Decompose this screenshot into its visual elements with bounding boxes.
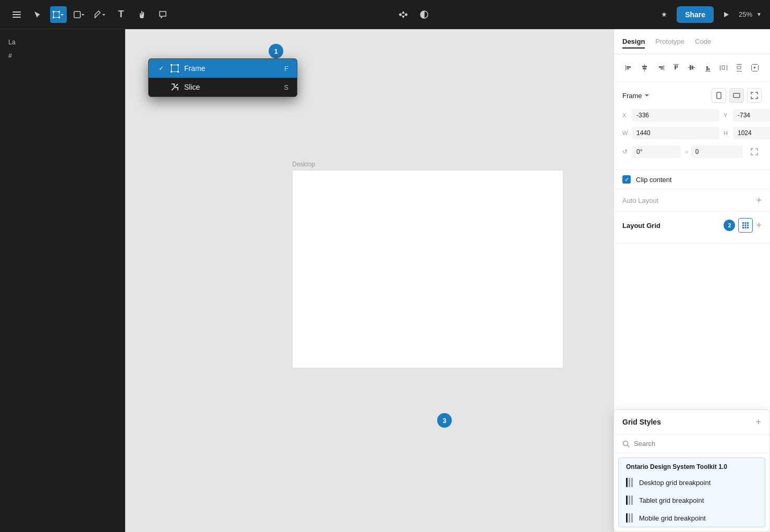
grid-dots-icon bbox=[742, 222, 749, 229]
text-tool-icon[interactable]: T bbox=[113, 6, 129, 23]
present-icon[interactable] bbox=[718, 6, 735, 23]
align-top-btn[interactable] bbox=[669, 61, 683, 75]
select-tool-icon[interactable] bbox=[29, 6, 46, 23]
grid-library-section: Ontario Design System Toolkit 1.0 Deskto… bbox=[618, 457, 765, 527]
x-label: X bbox=[622, 112, 630, 118]
portrait-btn[interactable] bbox=[712, 88, 726, 103]
svg-marker-15 bbox=[724, 12, 729, 17]
align-bottom-btn[interactable] bbox=[701, 61, 715, 75]
desktop-grid-item[interactable]: Desktop grid breakpoint bbox=[619, 474, 765, 491]
dropdown-slice-item[interactable]: Slice S bbox=[149, 78, 297, 96]
svg-rect-17 bbox=[177, 64, 179, 66]
svg-line-67 bbox=[628, 445, 630, 447]
zoom-chevron[interactable]: ▼ bbox=[756, 11, 762, 17]
radius-input[interactable]: ○ bbox=[685, 146, 743, 158]
distribute-v-btn[interactable] bbox=[732, 61, 746, 75]
tablet-grid-item[interactable]: Tablet grid breakpoint bbox=[619, 491, 765, 509]
svg-rect-23 bbox=[178, 66, 178, 71]
pin-icon[interactable] bbox=[656, 6, 672, 23]
pen-tool-icon[interactable] bbox=[92, 6, 109, 23]
fullscreen-btn[interactable] bbox=[747, 144, 762, 159]
resize-mode-btn[interactable] bbox=[747, 88, 762, 103]
grid-styles-popup: Grid Styles + Ontario Design System Tool… bbox=[613, 409, 770, 532]
svg-rect-62 bbox=[747, 225, 749, 226]
grid-search-input[interactable] bbox=[634, 440, 761, 448]
svg-rect-32 bbox=[659, 66, 663, 68]
layers-label: La bbox=[0, 35, 125, 49]
sidebar-grid-row: # bbox=[0, 49, 125, 63]
frame-dropdown-menu: ✓ Frame F bbox=[148, 58, 297, 97]
dropdown-frame-item[interactable]: ✓ Frame F bbox=[149, 59, 297, 78]
panel-tabs: Design Prototype Code bbox=[614, 29, 770, 54]
comment-tool-icon[interactable] bbox=[154, 6, 171, 23]
frame-type-dropdown[interactable]: Frame bbox=[622, 92, 649, 100]
frame-tool-icon[interactable] bbox=[50, 6, 67, 23]
y-value[interactable] bbox=[733, 109, 770, 122]
svg-rect-31 bbox=[664, 65, 664, 70]
svg-rect-36 bbox=[677, 65, 678, 68]
align-center-v-btn[interactable] bbox=[638, 61, 652, 75]
tab-code[interactable]: Code bbox=[695, 35, 711, 47]
landscape-btn[interactable] bbox=[729, 88, 744, 103]
canvas[interactable]: 1 ✓ Frame F bbox=[125, 29, 613, 532]
svg-rect-1 bbox=[13, 14, 21, 15]
grid-styles-add-btn[interactable]: + bbox=[755, 417, 761, 427]
theme-icon[interactable] bbox=[416, 6, 432, 23]
components-icon[interactable] bbox=[395, 6, 412, 23]
svg-rect-20 bbox=[172, 65, 177, 65]
svg-rect-21 bbox=[172, 71, 177, 72]
svg-rect-55 bbox=[733, 93, 740, 98]
svg-rect-18 bbox=[171, 71, 172, 72]
tab-prototype[interactable]: Prototype bbox=[655, 35, 684, 47]
svg-rect-46 bbox=[737, 64, 742, 65]
h-value[interactable] bbox=[733, 127, 770, 139]
tidy-up-btn[interactable] bbox=[748, 61, 762, 75]
rotation-input[interactable]: ↺ bbox=[622, 146, 681, 158]
mobile-grid-item[interactable]: Mobile grid breakpoint bbox=[619, 509, 765, 527]
grid-search-row bbox=[614, 434, 769, 453]
x-value[interactable] bbox=[632, 109, 719, 122]
svg-rect-60 bbox=[742, 225, 744, 226]
distribute-h-btn[interactable] bbox=[717, 61, 730, 75]
frame-box[interactable] bbox=[292, 170, 563, 368]
slice-menu-icon bbox=[171, 83, 179, 91]
zoom-label[interactable]: 25% bbox=[739, 10, 752, 18]
svg-rect-2 bbox=[13, 17, 21, 18]
w-value[interactable] bbox=[632, 127, 719, 139]
layout-grid-badge: 2 bbox=[724, 220, 735, 231]
layout-grid-section: Layout Grid 2 bbox=[614, 212, 770, 244]
svg-rect-58 bbox=[745, 222, 747, 224]
radius-value[interactable] bbox=[691, 146, 743, 158]
auto-layout-label: Auto Layout bbox=[622, 197, 658, 204]
share-button[interactable]: Share bbox=[677, 6, 714, 23]
tab-design[interactable]: Design bbox=[622, 35, 645, 49]
desktop-grid-label: Desktop grid breakpoint bbox=[639, 479, 711, 487]
layout-grid-add-btn[interactable]: + bbox=[756, 221, 762, 230]
w-input[interactable]: W bbox=[622, 127, 719, 139]
badge-1: 1 bbox=[269, 44, 283, 58]
alignment-row bbox=[614, 54, 770, 82]
x-input[interactable]: X bbox=[622, 109, 719, 122]
menu-icon[interactable] bbox=[8, 6, 25, 23]
svg-rect-63 bbox=[742, 227, 744, 228]
grid-style-toggle-btn[interactable] bbox=[738, 218, 753, 233]
clip-content-checkbox[interactable]: ✓ bbox=[622, 175, 631, 184]
layout-grid-label: Layout Grid bbox=[622, 222, 660, 229]
frame-dropdown-chevron bbox=[644, 93, 649, 98]
clip-content-label: Clip content bbox=[636, 176, 672, 184]
svg-rect-19 bbox=[177, 71, 179, 72]
svg-rect-50 bbox=[758, 65, 759, 70]
y-input[interactable]: Y bbox=[724, 109, 770, 122]
svg-rect-25 bbox=[625, 65, 626, 70]
align-right-btn[interactable] bbox=[654, 61, 667, 75]
frame-type-label: Frame bbox=[622, 92, 642, 100]
svg-rect-29 bbox=[642, 66, 647, 67]
align-center-h-btn[interactable] bbox=[685, 61, 699, 75]
auto-layout-add-btn[interactable]: + bbox=[756, 196, 762, 205]
rotation-value[interactable] bbox=[632, 146, 681, 158]
align-left-btn[interactable] bbox=[622, 61, 636, 75]
shape-tool-icon[interactable] bbox=[71, 6, 88, 23]
hand-tool-icon[interactable] bbox=[134, 6, 150, 23]
h-input[interactable]: H bbox=[724, 127, 770, 139]
svg-rect-0 bbox=[13, 11, 21, 13]
